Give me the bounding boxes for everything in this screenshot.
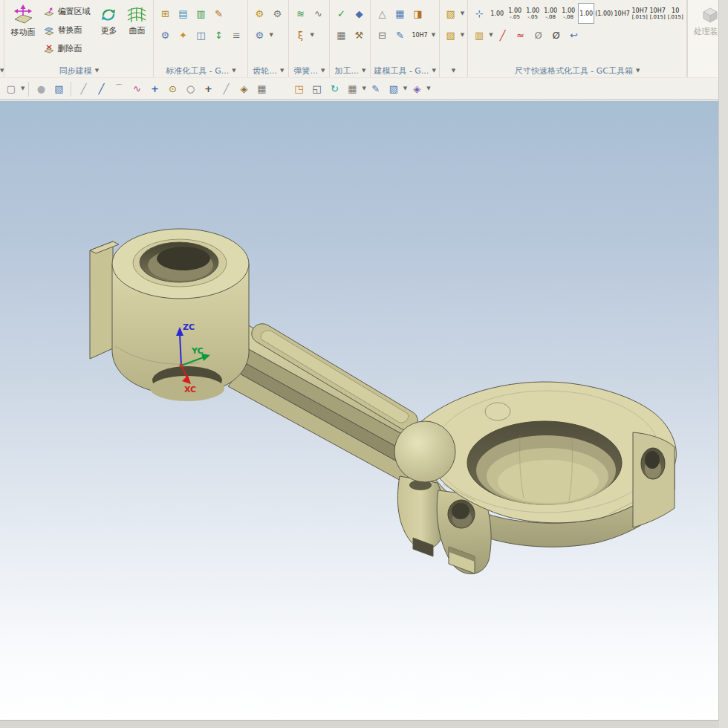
- group-label-sync-modeling[interactable]: 同步建模 ▼: [7, 64, 150, 77]
- misc-cube-tool-2-icon[interactable]: [443, 27, 459, 43]
- replace-face-button[interactable]: 替换面: [40, 21, 94, 39]
- spring-coil-tool-icon[interactable]: [292, 27, 308, 43]
- gc-red-slash-icon[interactable]: [495, 27, 511, 43]
- endpoint-snap-icon[interactable]: [93, 81, 109, 97]
- dim-preset-1[interactable]: 1.00-.05: [507, 3, 523, 24]
- selection-scope-icon[interactable]: [3, 81, 19, 97]
- plus-snap-icon[interactable]: [200, 81, 216, 97]
- dim-preset-8[interactable]: 10H7[.015]: [631, 3, 648, 24]
- gem-display-icon[interactable]: [409, 81, 425, 97]
- modeling-grid-tool-icon[interactable]: [391, 5, 408, 22]
- gear-edit-tool-icon[interactable]: [251, 27, 267, 43]
- chevron-down-icon[interactable]: ▼: [403, 86, 407, 91]
- group-label-std-tools[interactable]: 标准化工具 - G... ▼: [157, 64, 244, 77]
- spline-snap-icon[interactable]: [129, 81, 145, 97]
- solid-display-icon[interactable]: [386, 81, 402, 97]
- group-label-misc[interactable]: ▼: [443, 64, 464, 77]
- circle-snap-icon[interactable]: [182, 81, 198, 97]
- dim-preset-7[interactable]: 10H7: [614, 3, 630, 24]
- dim-preset-5[interactable]: 1.00: [578, 3, 594, 24]
- modeling-box-tool-icon[interactable]: [374, 27, 390, 43]
- fit-tolerance-tool[interactable]: 10H7: [409, 27, 429, 43]
- std-stack-tool-icon[interactable]: [192, 5, 209, 22]
- group-label-gear[interactable]: 齿轮... ▼: [251, 64, 285, 77]
- offset-region-button[interactable]: 偏置区域: [40, 2, 94, 21]
- dim-preset-6[interactable]: (1.00): [596, 3, 612, 24]
- connecting-rod-model[interactable]: [90, 229, 676, 574]
- wcs-origin: [180, 364, 183, 368]
- spring-wave-tool-icon[interactable]: [310, 5, 326, 22]
- surface-button[interactable]: 曲面: [123, 2, 150, 38]
- machining-forge-tool-icon[interactable]: [351, 27, 367, 43]
- chevron-down-icon[interactable]: ▼: [310, 33, 313, 38]
- window-select-icon[interactable]: [290, 81, 307, 97]
- spring-tool-icon[interactable]: [292, 5, 308, 22]
- arc-snap-icon[interactable]: [111, 81, 127, 97]
- slash-snap-icon[interactable]: [218, 81, 234, 97]
- std-feature-tool-icon[interactable]: [175, 27, 191, 43]
- gear-tool-icon[interactable]: [251, 5, 267, 22]
- gc-diameter-icon[interactable]: [530, 27, 547, 43]
- std-window-tool-icon[interactable]: [192, 27, 209, 43]
- std-annotate-tool-icon[interactable]: [210, 5, 227, 22]
- machining-tool-icon[interactable]: [351, 5, 367, 22]
- grid-snap-icon[interactable]: [253, 81, 270, 97]
- shaded-object-icon[interactable]: [33, 81, 49, 97]
- chevron-down-icon[interactable]: ▼: [21, 86, 25, 91]
- chevron-down-icon[interactable]: ▼: [461, 33, 464, 38]
- gc-diameter-dark-icon[interactable]: [548, 27, 565, 43]
- std-grid-tool-icon[interactable]: [157, 5, 173, 22]
- delete-face-button[interactable]: 删除面: [40, 39, 94, 58]
- dim-preset-9[interactable]: 10H7[.015]: [649, 3, 666, 24]
- point-snap-icon[interactable]: [146, 81, 163, 97]
- std-exchange-tool-icon[interactable]: [210, 27, 227, 43]
- gear-pair-tool-icon[interactable]: [269, 5, 285, 22]
- modeling-sketch-tool-icon[interactable]: [391, 27, 408, 43]
- regenerate-icon[interactable]: [326, 81, 342, 97]
- snap-toggle-icon[interactable]: [235, 81, 252, 97]
- chevron-down-icon[interactable]: ▼: [269, 33, 273, 38]
- chevron-down-icon[interactable]: ▼: [461, 11, 464, 16]
- delete-face-icon: [44, 44, 54, 54]
- modeling-section-tool-icon[interactable]: [409, 5, 426, 22]
- center-snap-icon[interactable]: [164, 81, 181, 97]
- line-snap-icon[interactable]: [75, 81, 91, 97]
- group-label-machining[interactable]: 加工... ▼: [333, 64, 367, 77]
- dim-preset-10[interactable]: 10[.015]: [667, 3, 683, 24]
- group-label-modeling-tools[interactable]: 建模工具 - G... ▼: [374, 64, 435, 77]
- more-button[interactable]: 更多: [96, 2, 121, 38]
- dim-preset-0[interactable]: 1.00: [489, 3, 505, 24]
- machining-grid-tool-icon[interactable]: [333, 27, 349, 43]
- group-label-left-stub[interactable]: ▼: [0, 64, 4, 77]
- grid-display-icon[interactable]: [344, 81, 360, 97]
- chevron-down-icon: ▼: [321, 68, 325, 74]
- dim-preset-2[interactable]: 1.00-.05: [524, 3, 541, 24]
- selection-toolbar: ▼ ▼ ▼ ▼: [0, 77, 719, 100]
- chevron-down-icon[interactable]: ▼: [426, 86, 430, 91]
- delete-face-label: 删除面: [57, 43, 82, 54]
- chevron-down-icon[interactable]: ▼: [362, 86, 365, 91]
- graphics-window[interactable]: ZC YC XC: [0, 101, 719, 721]
- gc-coordinate-dim-icon[interactable]: [471, 5, 487, 22]
- std-layers-tool-icon[interactable]: [175, 5, 191, 22]
- ribbon-group-gear: ▼ 齿轮... ▼: [248, 0, 289, 77]
- gc-red-approx-icon[interactable]: [513, 27, 529, 43]
- misc-cube-tool-icon[interactable]: [443, 5, 459, 22]
- chevron-down-icon[interactable]: ▼: [489, 33, 493, 38]
- modeling-triangle-tool-icon[interactable]: [374, 5, 390, 22]
- chevron-down-icon[interactable]: ▼: [432, 33, 435, 38]
- gc-stack-icon[interactable]: [471, 27, 487, 43]
- group-label-spring[interactable]: 弹簧... ▼: [292, 64, 326, 77]
- move-face-button[interactable]: 移动面: [7, 2, 38, 39]
- work-part-cube-icon[interactable]: [51, 81, 67, 97]
- lasso-select-icon[interactable]: [308, 81, 325, 97]
- std-list-tool-icon[interactable]: [228, 27, 244, 43]
- dim-preset-4[interactable]: 1.00-.08: [560, 3, 576, 24]
- gc-undo-arrow-icon[interactable]: [566, 27, 582, 43]
- 3d-viewport[interactable]: ZC YC XC: [0, 101, 719, 721]
- group-label-gc-toolbox[interactable]: 尺寸快速格式化工具 - GC工具箱 ▼: [471, 64, 683, 77]
- machining-check-tool-icon[interactable]: [333, 5, 349, 22]
- dim-preset-3[interactable]: 1.00-.08: [542, 3, 559, 24]
- std-settings-tool-icon[interactable]: [157, 27, 173, 43]
- paint-icon[interactable]: [368, 81, 384, 97]
